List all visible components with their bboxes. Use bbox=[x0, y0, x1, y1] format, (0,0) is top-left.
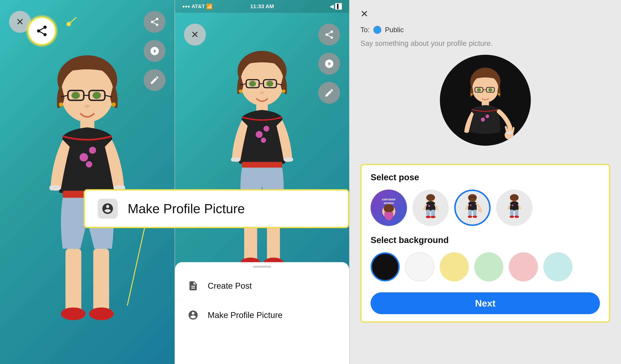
bg-option-teal[interactable] bbox=[543, 252, 572, 281]
sticker-icon-middle bbox=[324, 59, 334, 69]
svg-line-66 bbox=[513, 128, 513, 132]
sticker-button-left[interactable] bbox=[144, 40, 166, 62]
next-button-label: Next bbox=[475, 298, 496, 309]
svg-point-1 bbox=[61, 66, 114, 122]
svg-line-23 bbox=[69, 17, 76, 24]
svg-point-33 bbox=[266, 81, 273, 87]
bottom-sheet: Create Post Make Profile Picture bbox=[175, 262, 349, 364]
svg-point-75 bbox=[428, 205, 430, 207]
sticker-button-middle[interactable] bbox=[318, 53, 340, 75]
svg-line-63 bbox=[506, 127, 507, 132]
svg-rect-76 bbox=[426, 210, 430, 216]
avatar-middle bbox=[215, 36, 309, 273]
svg-point-60 bbox=[481, 118, 485, 121]
select-pose-title: Select pose bbox=[371, 172, 600, 182]
svg-point-57 bbox=[471, 93, 473, 96]
profile-preview-circle bbox=[440, 55, 531, 146]
close-button-right[interactable]: ✕ bbox=[361, 9, 610, 18]
bg-option-black[interactable] bbox=[371, 252, 400, 281]
svg-point-58 bbox=[498, 93, 500, 96]
pose-options-row: EMPOWER WOMEN bbox=[371, 190, 600, 226]
make-profile-picture-label: Make Profile Picture bbox=[208, 310, 283, 320]
svg-point-14 bbox=[89, 147, 96, 154]
svg-point-94 bbox=[510, 216, 514, 218]
svg-point-9 bbox=[85, 104, 90, 108]
edit-button-left[interactable] bbox=[144, 69, 166, 91]
status-left: ●●● AT&T 📶 bbox=[182, 3, 213, 9]
svg-point-55 bbox=[477, 88, 481, 91]
svg-point-26 bbox=[241, 59, 284, 106]
svg-point-40 bbox=[261, 138, 266, 143]
svg-point-88 bbox=[478, 209, 482, 212]
svg-rect-85 bbox=[473, 210, 477, 216]
sheet-handle bbox=[253, 266, 271, 268]
make-profile-picture-item[interactable]: Make Profile Picture bbox=[175, 300, 349, 329]
pose-option-4[interactable] bbox=[496, 190, 533, 226]
svg-point-24 bbox=[67, 22, 71, 26]
svg-point-91 bbox=[512, 205, 513, 206]
close-button-middle[interactable]: ✕ bbox=[184, 24, 206, 46]
svg-point-36 bbox=[282, 89, 285, 93]
svg-rect-92 bbox=[510, 210, 514, 216]
svg-point-72 bbox=[384, 204, 394, 213]
pose-option-2[interactable] bbox=[413, 190, 449, 226]
svg-point-56 bbox=[488, 88, 492, 91]
caption-placeholder[interactable]: Say something about your profile picture… bbox=[361, 39, 610, 48]
svg-point-11 bbox=[111, 103, 116, 107]
create-post-label: Create Post bbox=[208, 281, 252, 291]
signal-bars: ●●● bbox=[182, 4, 190, 9]
make-profile-highlight-box[interactable]: Make Profile Picture bbox=[84, 189, 349, 228]
svg-point-90 bbox=[510, 194, 519, 201]
status-right: ◀ ▌ bbox=[330, 3, 342, 10]
share-icon-left bbox=[150, 17, 160, 27]
bg-option-white[interactable] bbox=[405, 252, 434, 281]
bg-option-yellow[interactable] bbox=[440, 252, 469, 281]
svg-point-39 bbox=[263, 126, 269, 132]
svg-point-8 bbox=[93, 92, 101, 99]
svg-point-74 bbox=[426, 194, 435, 201]
svg-rect-42 bbox=[231, 157, 240, 161]
avatar-svg-middle bbox=[215, 36, 309, 273]
avatar-left bbox=[34, 36, 140, 328]
next-button[interactable]: Next bbox=[371, 292, 600, 314]
profile-picture-svg bbox=[188, 310, 199, 321]
svg-rect-77 bbox=[431, 210, 435, 216]
pose-option-1[interactable]: EMPOWER WOMEN bbox=[371, 190, 407, 226]
create-post-item[interactable]: Create Post bbox=[175, 271, 349, 300]
middle-panel: ●●● AT&T 📶 11:33 AM ◀ ▌ ✕ bbox=[174, 0, 349, 364]
svg-point-13 bbox=[79, 153, 88, 161]
preview-avatar-svg bbox=[447, 66, 523, 142]
svg-text:EMPOWER: EMPOWER bbox=[382, 198, 396, 201]
carrier-label: AT&T bbox=[192, 3, 205, 9]
pose-background-section: Select pose EMPOWER WOMEN bbox=[361, 164, 610, 323]
to-label: To: bbox=[361, 26, 370, 34]
highlight-icon-box bbox=[98, 199, 118, 219]
svg-point-79 bbox=[431, 216, 435, 218]
share-button-left[interactable] bbox=[144, 11, 166, 33]
svg-rect-17 bbox=[49, 185, 61, 190]
bg-option-pink[interactable] bbox=[509, 252, 538, 281]
edit-button-middle[interactable] bbox=[318, 82, 340, 104]
svg-point-7 bbox=[71, 92, 80, 99]
profile-picture-icon bbox=[186, 308, 200, 322]
avatar-svg-left bbox=[34, 36, 140, 328]
create-post-icon bbox=[186, 278, 200, 293]
svg-point-15 bbox=[86, 161, 92, 168]
svg-point-38 bbox=[256, 131, 263, 138]
svg-rect-43 bbox=[284, 157, 293, 161]
globe-icon: 🌐 bbox=[373, 26, 381, 34]
svg-point-34 bbox=[260, 91, 264, 94]
right-panel: ✕ To: 🌐 Public Say something about your … bbox=[349, 0, 621, 364]
svg-rect-41 bbox=[242, 162, 282, 168]
svg-point-87 bbox=[473, 216, 477, 218]
share-button-middle[interactable] bbox=[318, 24, 340, 46]
svg-point-21 bbox=[61, 307, 86, 320]
location-icon: ◀ bbox=[330, 3, 334, 9]
bg-option-green[interactable] bbox=[474, 252, 503, 281]
time-display: 11:33 AM bbox=[250, 3, 274, 9]
pose-option-3[interactable] bbox=[454, 190, 491, 226]
left-panel: ✕ bbox=[0, 0, 174, 364]
svg-rect-67 bbox=[506, 132, 512, 134]
svg-line-64 bbox=[508, 126, 509, 131]
highlight-label: Make Profile Picture bbox=[128, 201, 245, 216]
